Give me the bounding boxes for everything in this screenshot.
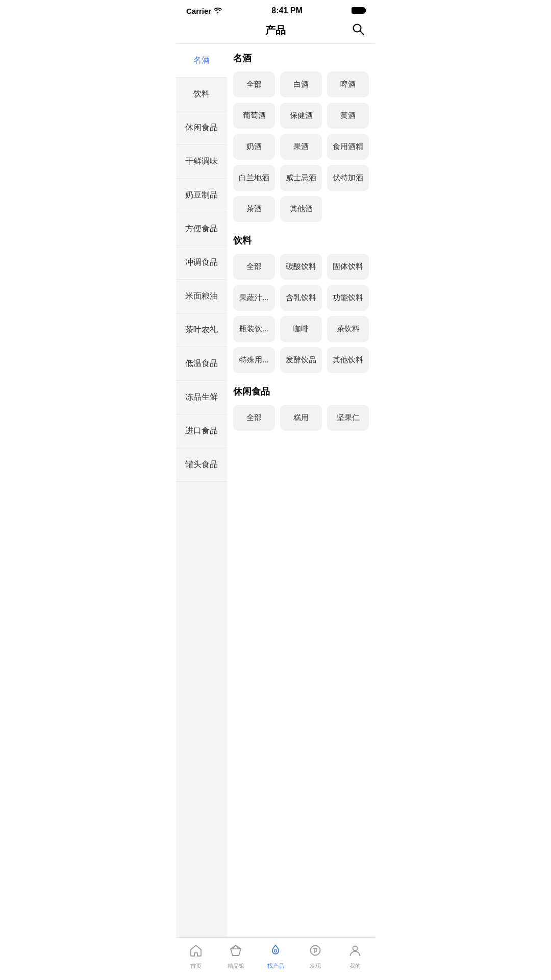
tag-hanru[interactable]: 含乳饮料 — [280, 285, 322, 311]
tags-grid-xiuxian: 全部 糕用 坚果仁 — [233, 405, 369, 431]
sidebar-item-mingjiu[interactable]: 名酒 — [176, 44, 227, 78]
home-icon — [189, 944, 203, 960]
tag-qitayinliao[interactable]: 其他饮料 — [327, 347, 369, 373]
wifi-icon — [213, 7, 222, 15]
svg-point-8 — [353, 946, 358, 951]
carrier-text: Carrier — [186, 7, 211, 15]
sidebar-item-ganxian[interactable]: 干鲜调味 — [176, 145, 227, 179]
tag-weishiji[interactable]: 威士忌酒 — [280, 165, 322, 191]
tab-discover-label: 发现 — [310, 962, 321, 970]
section-xiuxian: 休闲食品 全部 糕用 坚果仁 — [233, 385, 369, 431]
section-yinliao: 饮料 全部 碳酸饮料 固体饮料 果蔬汁... 含乳饮料 功能饮料 瓶装饮... … — [233, 234, 369, 373]
tag-baijiu[interactable]: 白酒 — [280, 71, 322, 97]
tag-gutiyinliao[interactable]: 固体饮料 — [327, 254, 369, 280]
tab-home-label: 首页 — [190, 962, 202, 970]
tag-shiyong[interactable]: 食用酒精 — [327, 134, 369, 160]
tag-fajiao[interactable]: 发酵饮品 — [280, 347, 322, 373]
tab-mine-label: 我的 — [349, 962, 361, 970]
tag-pijiu[interactable]: 啤酒 — [327, 71, 369, 97]
tag-xx-quanbu[interactable]: 全部 — [233, 405, 275, 431]
tag-kafei[interactable]: 咖啡 — [280, 316, 322, 342]
sidebar-item-diwen[interactable]: 低温食品 — [176, 347, 227, 381]
tag-pinzhuang[interactable]: 瓶装饮... — [233, 316, 275, 342]
tag-naijiu[interactable]: 奶酒 — [233, 134, 275, 160]
tab-bar: 首页 精品馆 找产品 发现 — [176, 937, 375, 980]
svg-line-1 — [360, 31, 364, 35]
battery-indicator — [352, 7, 365, 15]
tab-premium[interactable]: 精品馆 — [216, 942, 256, 972]
sidebar-item-jinkou[interactable]: 进口食品 — [176, 414, 227, 448]
carrier-wifi: Carrier — [186, 7, 222, 15]
status-bar: Carrier 8:41 PM — [176, 0, 375, 18]
user-icon — [348, 944, 362, 960]
sidebar-item-yinliao[interactable]: 饮料 — [176, 78, 227, 111]
tag-jianguoren[interactable]: 坚果仁 — [327, 405, 369, 431]
find-icon — [269, 944, 282, 960]
tag-futejia[interactable]: 伏特加酒 — [327, 165, 369, 191]
tag-gongneng[interactable]: 功能饮料 — [327, 285, 369, 311]
tag-tansuanyinliao[interactable]: 碳酸饮料 — [280, 254, 322, 280]
tags-grid-mingjiu: 全部 白酒 啤酒 葡萄酒 保健酒 黄酒 奶酒 果酒 食用酒精 白兰地酒 威士忌酒… — [233, 71, 369, 222]
category-sidebar: 名酒 饮料 休闲食品 干鲜调味 奶豆制品 方便食品 冲调食品 米面粮油 茶叶农礼… — [176, 44, 227, 937]
sidebar-item-chaye[interactable]: 茶叶农礼 — [176, 313, 227, 347]
tag-quanbu[interactable]: 全部 — [233, 71, 275, 97]
tag-guojiu[interactable]: 果酒 — [280, 134, 322, 160]
tag-guoshuzhi[interactable]: 果蔬汁... — [233, 285, 275, 311]
tag-putaojiu[interactable]: 葡萄酒 — [233, 103, 275, 129]
sidebar-item-chongtiao[interactable]: 冲调食品 — [176, 246, 227, 280]
sidebar-item-guantou[interactable]: 罐头食品 — [176, 448, 227, 482]
tag-gaoyong[interactable]: 糕用 — [280, 405, 322, 431]
tag-baojian[interactable]: 保健酒 — [280, 103, 322, 129]
section-mingjiu: 名酒 全部 白酒 啤酒 葡萄酒 保健酒 黄酒 奶酒 果酒 食用酒精 白兰地酒 威… — [233, 52, 369, 222]
main-content: 名酒 饮料 休闲食品 干鲜调味 奶豆制品 方便食品 冲调食品 米面粮油 茶叶农礼… — [176, 44, 375, 937]
tag-yl-quanbu[interactable]: 全部 — [233, 254, 275, 280]
tag-qitajiu[interactable]: 其他酒 — [280, 196, 322, 222]
section-title-xiuxian: 休闲食品 — [233, 385, 369, 398]
discover-icon — [309, 944, 322, 960]
tab-products-label: 找产品 — [267, 962, 284, 970]
diamond-icon — [229, 944, 242, 960]
tag-chayinliao[interactable]: 茶饮料 — [327, 316, 369, 342]
tab-discover[interactable]: 发现 — [295, 942, 335, 972]
tags-grid-yinliao: 全部 碳酸饮料 固体饮料 果蔬汁... 含乳饮料 功能饮料 瓶装饮... 咖啡 … — [233, 254, 369, 373]
sidebar-item-naidou[interactable]: 奶豆制品 — [176, 179, 227, 212]
tag-chajiu[interactable]: 茶酒 — [233, 196, 275, 222]
page-header: 产品 — [176, 18, 375, 43]
tab-premium-label: 精品馆 — [228, 962, 244, 970]
search-button[interactable] — [352, 22, 365, 39]
tab-mine[interactable]: 我的 — [335, 942, 375, 972]
svg-marker-2 — [231, 945, 241, 955]
tab-products[interactable]: 找产品 — [256, 942, 295, 972]
status-time: 8:41 PM — [271, 6, 302, 15]
section-title-yinliao: 饮料 — [233, 234, 369, 247]
tab-home[interactable]: 首页 — [176, 942, 216, 972]
svg-point-6 — [274, 950, 277, 952]
category-content: 名酒 全部 白酒 啤酒 葡萄酒 保健酒 黄酒 奶酒 果酒 食用酒精 白兰地酒 威… — [227, 44, 375, 937]
sidebar-item-dongpin[interactable]: 冻品生鲜 — [176, 381, 227, 414]
tag-huangjiu[interactable]: 黄酒 — [327, 103, 369, 129]
sidebar-item-mimian[interactable]: 米面粮油 — [176, 280, 227, 313]
sidebar-item-xiuxian[interactable]: 休闲食品 — [176, 111, 227, 145]
svg-point-7 — [311, 946, 320, 955]
page-title: 产品 — [265, 23, 286, 37]
section-title-mingjiu: 名酒 — [233, 52, 369, 64]
tag-teshu[interactable]: 特殊用... — [233, 347, 275, 373]
sidebar-item-fangbian[interactable]: 方便食品 — [176, 212, 227, 246]
tag-bailandi[interactable]: 白兰地酒 — [233, 165, 275, 191]
